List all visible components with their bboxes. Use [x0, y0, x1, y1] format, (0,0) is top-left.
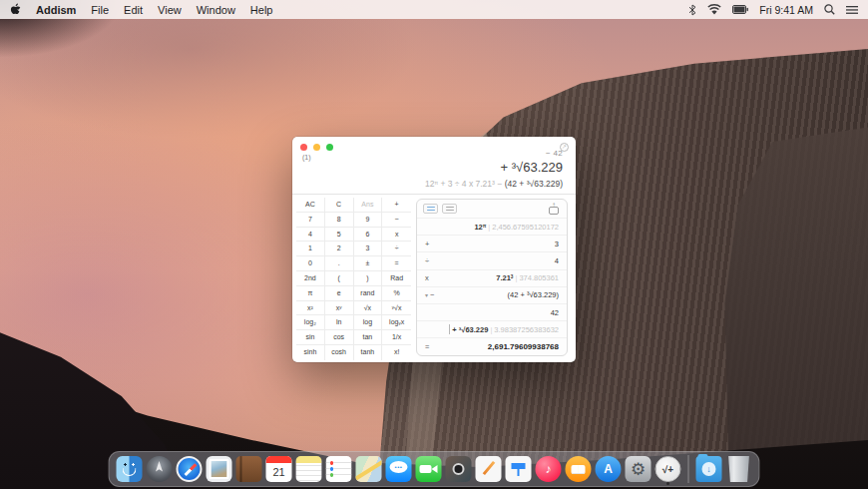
keypad-key[interactable]: = — [382, 256, 411, 271]
keypad-key[interactable]: C — [325, 198, 354, 213]
keypad-key[interactable]: ʸ√x — [382, 301, 411, 316]
dock-icon-calendar[interactable]: 21 — [266, 456, 292, 482]
desktop: Addism File Edit View Window Help Fri 9:… — [0, 0, 868, 489]
keypad-key[interactable]: cos — [325, 330, 354, 345]
keypad-key[interactable]: 6 — [354, 228, 383, 243]
dock-icon-mail[interactable] — [207, 456, 232, 482]
keypad-key[interactable]: 5 — [325, 228, 354, 243]
keypad-key[interactable]: 3 — [354, 242, 383, 256]
keypad-key[interactable]: sinh — [296, 345, 325, 360]
menu-item-edit[interactable]: Edit — [124, 4, 143, 16]
history-row[interactable]: ÷ 4 — [417, 251, 567, 268]
dock-icon-addism[interactable]: √+ — [655, 456, 681, 482]
battery-icon[interactable] — [732, 5, 748, 14]
keypad-key[interactable]: 2 — [325, 242, 354, 256]
calculator-display: − 42 + ³√63.229 12π + 3 ÷ 4 x 7.213 − (4… — [292, 149, 576, 189]
active-app-menu[interactable]: Addism — [36, 4, 76, 16]
dock-icon-system-preferences[interactable]: ⚙ — [626, 456, 651, 482]
dock-icon-safari[interactable] — [177, 456, 203, 482]
keypad-key[interactable]: 1/x — [382, 330, 411, 345]
keypad-key[interactable]: √x — [354, 301, 383, 316]
wifi-icon[interactable] — [707, 4, 721, 15]
dock-icon-pages[interactable] — [476, 456, 502, 482]
history-row[interactable]: x 7.213|374.805361 — [417, 269, 567, 286]
keypad-key[interactable]: 8 — [325, 213, 354, 228]
keypad-key[interactable]: log₂ — [296, 315, 325, 330]
keypad-key[interactable]: xʸ — [325, 301, 354, 316]
history-row[interactable]: 12π|2,456.67595120172 — [417, 218, 567, 235]
dock-icon-facetime[interactable] — [416, 456, 442, 482]
keypad-key[interactable]: π — [296, 286, 325, 301]
keypad-key[interactable]: x — [382, 228, 411, 243]
dock-icon-ibooks[interactable] — [566, 456, 592, 482]
history-op: + — [425, 240, 439, 248]
keypad-key[interactable]: 0 — [296, 256, 325, 271]
menu-item-window[interactable]: Window — [197, 4, 235, 16]
dock-icon-keynote[interactable] — [506, 456, 532, 482]
dock-icon-trash[interactable] — [726, 456, 752, 482]
dock-icon-itunes[interactable]: ♪ — [536, 456, 562, 482]
display-divider — [292, 194, 576, 195]
keypad-key[interactable]: x! — [382, 345, 411, 360]
dock-icon-notes[interactable] — [296, 456, 322, 482]
keypad-key[interactable]: ) — [354, 271, 383, 286]
dock-icon-downloads[interactable]: ↓ — [696, 456, 722, 482]
keypad-key[interactable]: 2nd — [296, 271, 325, 286]
dock-icon-finder[interactable] — [117, 456, 143, 482]
keypad-key[interactable]: e — [325, 286, 354, 301]
keypad-key[interactable]: log — [354, 315, 383, 330]
keypad-key[interactable]: + — [382, 198, 411, 213]
keypad-key[interactable]: 9 — [354, 213, 383, 228]
dock-icon-app-store[interactable]: A — [596, 456, 622, 482]
keypad-key[interactable]: ln — [325, 315, 354, 330]
keypad-key[interactable]: tanh — [354, 345, 383, 360]
disclosure-triangle-icon[interactable]: ▾ — [425, 291, 428, 298]
stamp-icon — [210, 459, 229, 479]
notification-center-icon[interactable] — [846, 5, 858, 15]
dock-icon-contacts[interactable] — [236, 456, 262, 482]
history-row[interactable]: 42 — [417, 303, 567, 320]
apple-menu-icon[interactable] — [10, 3, 21, 16]
keypad-key[interactable]: . — [325, 256, 354, 271]
dock-icon-reminders[interactable] — [326, 456, 352, 482]
keypad-key[interactable]: % — [382, 286, 411, 301]
dock-icon-messages[interactable]: ••• — [386, 456, 412, 482]
history-row[interactable]: + ³√63.229|3.98387256383632 — [417, 320, 567, 337]
keypad-key[interactable]: ( — [325, 271, 354, 286]
menu-item-view[interactable]: View — [158, 4, 182, 16]
keypad-key[interactable]: rand — [354, 286, 383, 301]
menu-item-file[interactable]: File — [91, 4, 109, 16]
keypad-key[interactable]: logᵧx — [382, 315, 411, 330]
keypad-key[interactable]: − — [382, 213, 411, 228]
keypad-key[interactable]: 1 — [296, 242, 325, 256]
keypad-key[interactable]: Ans — [354, 198, 383, 213]
history-expression: 7.213|374.805361 — [496, 273, 559, 282]
keypad-key[interactable]: ± — [354, 256, 383, 271]
history-header: ↑ — [417, 200, 567, 218]
dock-icon-photo-booth[interactable] — [446, 456, 472, 482]
history-view-toggle-tape[interactable] — [423, 204, 438, 214]
bluetooth-icon[interactable] — [688, 4, 696, 16]
history-row[interactable]: ▾− (42 + ³√63.229) — [417, 286, 567, 303]
keypad-key[interactable]: sin — [296, 330, 325, 345]
calculator-window[interactable]: ↗ (1) − 42 + ³√63.229 12π + 3 ÷ 4 x 7.21… — [292, 137, 576, 362]
menu-bar-clock[interactable]: Fri 9:41 AM — [759, 4, 813, 16]
history-view-toggle-list[interactable] — [442, 204, 457, 214]
display-line-current: + ³√63.229 — [292, 160, 563, 175]
keypad-key[interactable]: cosh — [325, 345, 354, 360]
keypad-key[interactable]: AC — [296, 198, 325, 213]
keypad-key[interactable]: ÷ — [382, 242, 411, 256]
keypad-key[interactable]: 7 — [296, 213, 325, 228]
menu-item-help[interactable]: Help — [250, 4, 273, 16]
podium-stem — [518, 469, 520, 476]
keypad-key[interactable]: x² — [296, 301, 325, 316]
share-button[interactable]: ↑ — [547, 204, 561, 215]
keypad-key[interactable]: tan — [354, 330, 383, 345]
dock-icon-maps[interactable] — [356, 456, 382, 482]
history-row-result[interactable]: = 2,691.79609938768 — [417, 337, 567, 354]
keypad-key[interactable]: Rad — [382, 271, 411, 286]
spotlight-icon[interactable] — [824, 4, 835, 15]
keypad-key[interactable]: 4 — [296, 228, 325, 243]
dock-icon-launchpad[interactable] — [147, 456, 173, 482]
history-row[interactable]: + 3 — [417, 235, 567, 251]
